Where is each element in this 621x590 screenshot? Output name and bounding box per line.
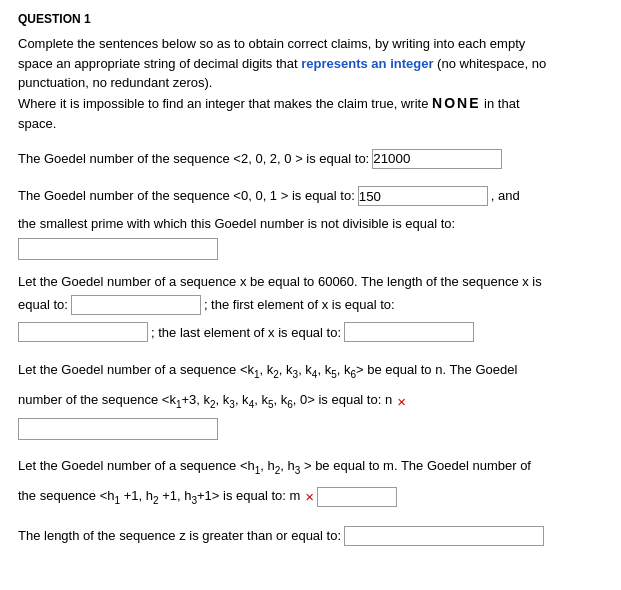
intro-text: Complete the sentences below so as to ob…	[18, 34, 603, 133]
q4-line1a: Let the Goedel number of a sequence <k1,…	[18, 358, 517, 384]
q1-label: The Goedel number of the sequence <2, 0,…	[18, 147, 369, 170]
q2-cont: the smallest prime with which this Goede…	[18, 212, 455, 235]
q5-input[interactable]	[317, 487, 397, 507]
q2-input[interactable]	[358, 186, 488, 206]
q2-prime-input[interactable]	[18, 238, 218, 260]
q6-line2: The length of the sequence z is greater …	[18, 524, 341, 547]
q1-section: The Goedel number of the sequence <2, 0,…	[18, 147, 603, 170]
q1-input[interactable]	[372, 149, 502, 169]
q3-first-label: ; the first element of x is equal to:	[204, 293, 395, 316]
q4-line2: number of the sequence <k1+3, k2, k3, k4…	[18, 388, 392, 414]
q2-section: The Goedel number of the sequence <0, 0,…	[18, 184, 603, 260]
q5-section: Let the Goedel number of a sequence <h1,…	[18, 454, 603, 511]
q2-and: , and	[491, 184, 520, 207]
q3-last-input[interactable]	[344, 322, 474, 342]
q3-section: Let the Goedel number of a sequence x be…	[18, 274, 603, 344]
q3-first-input[interactable]	[18, 322, 148, 342]
q5-cross: ×	[305, 483, 314, 510]
q2-label: The Goedel number of the sequence <0, 0,…	[18, 184, 355, 207]
q4-input[interactable]	[18, 418, 218, 440]
question-label: QUESTION 1	[18, 12, 603, 26]
q4-cross: ×	[397, 388, 406, 415]
q3-line1: Let the Goedel number of a sequence x be…	[18, 274, 542, 289]
q3-last-label: ; the last element of x is equal to:	[151, 321, 341, 344]
q6-section: The length of the sequence z is greater …	[18, 524, 603, 547]
q4-section: Let the Goedel number of a sequence <k1,…	[18, 358, 603, 440]
q5-line2: the sequence <h1 +1, h2 +1, h3+1> is equ…	[18, 484, 300, 510]
q5-line1: Let the Goedel number of a sequence <h1,…	[18, 454, 531, 480]
q3-length-input[interactable]	[71, 295, 201, 315]
q3-equal-label: equal to:	[18, 293, 68, 316]
q6-input[interactable]	[344, 526, 544, 546]
